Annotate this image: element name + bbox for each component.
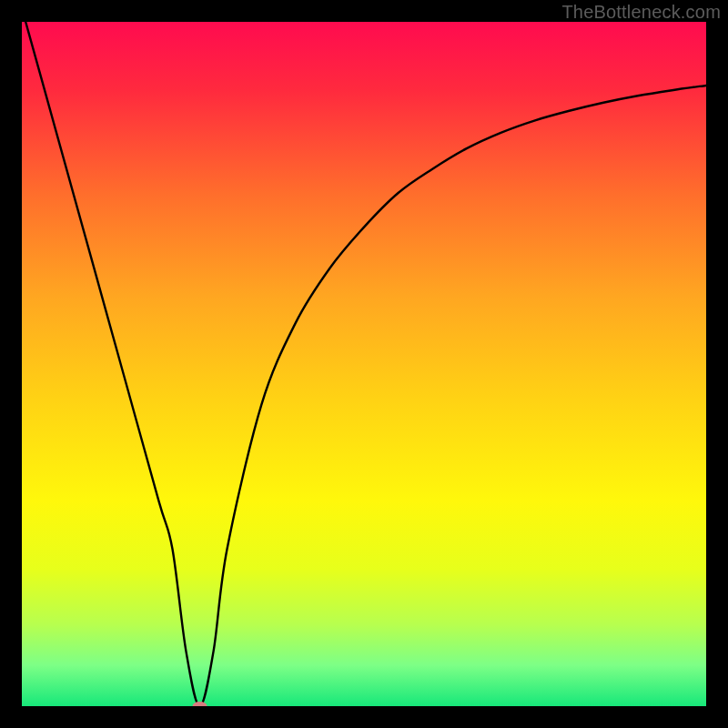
chart-svg [22,22,706,706]
gradient-background [22,22,706,706]
watermark-text: TheBottleneck.com [561,2,721,23]
plot-area [22,22,706,706]
chart-frame: TheBottleneck.com [0,0,728,728]
